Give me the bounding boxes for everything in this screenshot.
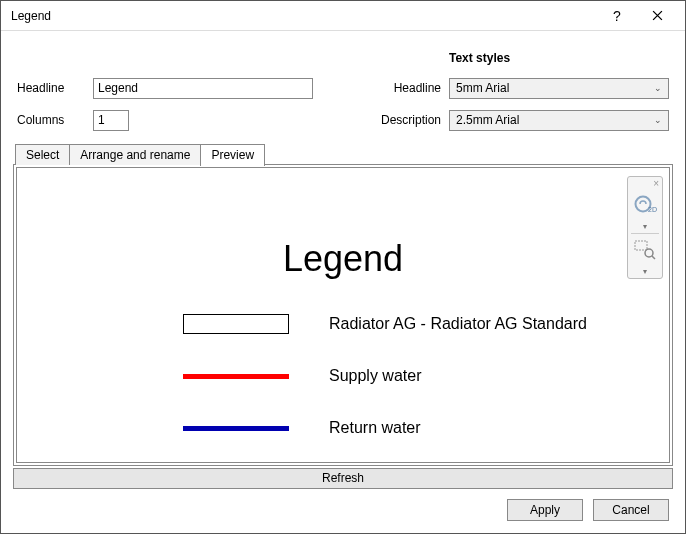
dialog-content: Headline Columns Text styles Headline 5m… bbox=[1, 31, 685, 533]
row-columns: Columns bbox=[17, 109, 337, 131]
view-2d-button[interactable]: 2D bbox=[630, 191, 660, 219]
chevron-down-icon: ⌄ bbox=[654, 115, 662, 125]
view-2d-icon: 2D bbox=[633, 194, 657, 216]
form-col-right: Text styles Headline 5mm Arial ⌄ Descrip… bbox=[367, 49, 669, 131]
legend-swatch-line bbox=[183, 426, 289, 431]
row-ts-description: Description 2.5mm Arial ⌄ bbox=[367, 109, 669, 131]
close-button[interactable] bbox=[637, 2, 677, 30]
legend-item-label: Return water bbox=[329, 419, 421, 437]
row-ts-headline: Headline 5mm Arial ⌄ bbox=[367, 77, 669, 99]
tab-preview[interactable]: Preview bbox=[200, 144, 265, 166]
svg-rect-2 bbox=[635, 241, 647, 250]
left-header-spacer bbox=[17, 49, 337, 67]
legend-item: Return water bbox=[183, 418, 669, 438]
legend-item-label: Supply water bbox=[329, 367, 422, 385]
svg-point-3 bbox=[645, 249, 653, 257]
tab-strip: Select Arrange and rename Preview bbox=[15, 143, 673, 165]
toolbar-more-1[interactable]: ▾ bbox=[630, 221, 660, 231]
ts-description-label: Description bbox=[367, 113, 441, 127]
caret-down-icon: ▾ bbox=[643, 267, 647, 276]
ts-description-select[interactable]: 2.5mm Arial ⌄ bbox=[449, 110, 669, 131]
apply-button[interactable]: Apply bbox=[507, 499, 583, 521]
headline-input[interactable] bbox=[93, 78, 313, 99]
text-styles-header-row: Text styles bbox=[367, 49, 669, 67]
legend-item: Radiator AG - Radiator AG Standard bbox=[183, 314, 669, 334]
text-styles-header: Text styles bbox=[449, 51, 510, 65]
svg-text:2D: 2D bbox=[648, 206, 657, 213]
close-icon bbox=[652, 10, 663, 21]
refresh-button[interactable]: Refresh bbox=[13, 468, 673, 489]
row-headline: Headline bbox=[17, 77, 337, 99]
form-area: Headline Columns Text styles Headline 5m… bbox=[13, 41, 673, 143]
help-button[interactable]: ? bbox=[597, 2, 637, 30]
legend-swatch-line bbox=[183, 374, 289, 379]
columns-input[interactable] bbox=[93, 110, 129, 131]
zoom-region-icon bbox=[634, 240, 656, 260]
headline-label: Headline bbox=[17, 81, 85, 95]
cancel-button[interactable]: Cancel bbox=[593, 499, 669, 521]
legend-item: Supply water bbox=[183, 366, 669, 386]
zoom-region-button[interactable] bbox=[630, 236, 660, 264]
legend-item-label: Radiator AG - Radiator AG Standard bbox=[329, 315, 587, 333]
toolbar-separator bbox=[631, 233, 659, 234]
columns-label: Columns bbox=[17, 113, 85, 127]
legend-title: Legend bbox=[17, 238, 669, 280]
tab-select[interactable]: Select bbox=[15, 144, 70, 165]
ts-headline-label: Headline bbox=[367, 81, 441, 95]
chevron-down-icon: ⌄ bbox=[654, 83, 662, 93]
ts-headline-value: 5mm Arial bbox=[456, 81, 509, 95]
svg-line-4 bbox=[652, 256, 655, 259]
window-title: Legend bbox=[11, 9, 597, 23]
toolbar-more-2[interactable]: ▾ bbox=[630, 266, 660, 276]
tab-arrange-rename[interactable]: Arrange and rename bbox=[69, 144, 201, 165]
preview-canvas-frame: Legend Radiator AG - Radiator AG Standar… bbox=[16, 167, 670, 463]
legend-list: Radiator AG - Radiator AG Standard Suppl… bbox=[183, 314, 669, 463]
form-col-left: Headline Columns bbox=[17, 49, 337, 131]
titlebar: Legend ? bbox=[1, 1, 685, 31]
dialog-window: Legend ? Headline Columns Text styles bbox=[0, 0, 686, 534]
preview-panel: Legend Radiator AG - Radiator AG Standar… bbox=[13, 164, 673, 466]
legend-swatch-box bbox=[183, 314, 289, 334]
ts-headline-select[interactable]: 5mm Arial ⌄ bbox=[449, 78, 669, 99]
preview-toolbar: × 2D ▾ bbox=[627, 176, 663, 279]
ts-description-value: 2.5mm Arial bbox=[456, 113, 519, 127]
caret-down-icon: ▾ bbox=[643, 222, 647, 231]
footer: Apply Cancel bbox=[13, 489, 673, 521]
toolbar-close-icon[interactable]: × bbox=[653, 179, 659, 189]
preview-canvas[interactable]: Legend Radiator AG - Radiator AG Standar… bbox=[17, 168, 669, 462]
